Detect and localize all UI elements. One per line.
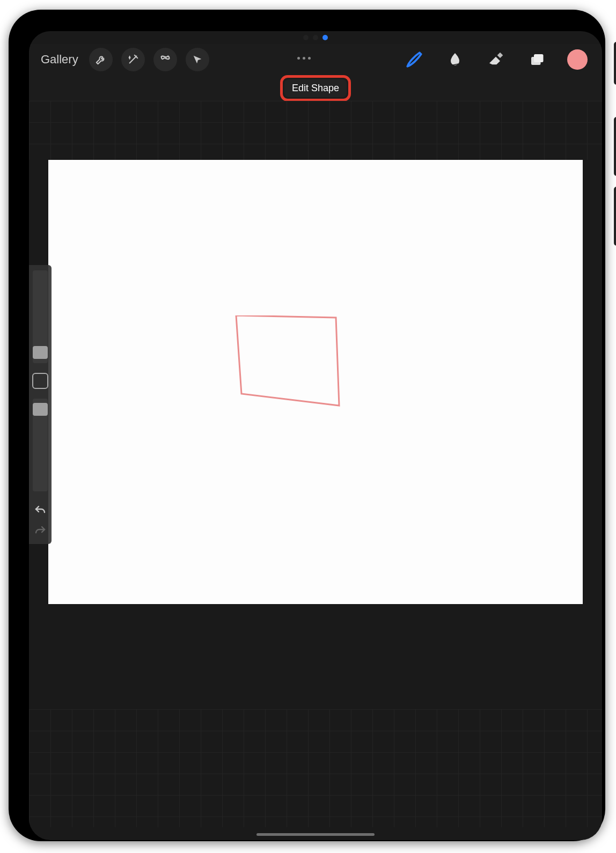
- magic-wand-icon: [127, 54, 139, 65]
- screen: Gallery: [29, 31, 602, 840]
- power-button: [614, 42, 616, 85]
- brush-size-slider[interactable]: [33, 270, 48, 363]
- undo-button[interactable]: [34, 504, 47, 515]
- ellipsis-icon: [303, 57, 305, 60]
- eraser-icon: [487, 51, 504, 68]
- front-camera-array: [29, 31, 602, 44]
- opacity-slider[interactable]: [33, 399, 48, 491]
- layers-button[interactable]: [524, 47, 549, 72]
- transform-button[interactable]: [186, 48, 209, 71]
- workspace-background-top: [29, 101, 602, 160]
- svg-rect-1: [534, 54, 544, 62]
- opacity-thumb[interactable]: [33, 403, 48, 416]
- color-swatch: [567, 49, 588, 70]
- cursor-icon: [192, 54, 203, 65]
- brush-tool-button[interactable]: [401, 47, 427, 72]
- ellipsis-icon: [297, 57, 300, 60]
- gallery-button[interactable]: Gallery: [35, 49, 84, 70]
- volume-down-button: [614, 187, 616, 246]
- volume-up-button: [614, 117, 616, 176]
- redo-button[interactable]: [34, 525, 47, 535]
- selection-icon: [159, 54, 171, 65]
- side-panel: [29, 265, 52, 544]
- adjustments-button[interactable]: [121, 48, 145, 71]
- drawn-shape: [231, 315, 342, 413]
- ellipsis-icon: [308, 57, 311, 60]
- modifier-button[interactable]: [32, 373, 48, 389]
- brush-icon: [405, 50, 423, 69]
- eraser-tool-button[interactable]: [483, 47, 509, 72]
- workspace-background-bottom: [29, 709, 602, 827]
- smudge-icon: [446, 51, 464, 68]
- selection-button[interactable]: [153, 48, 177, 71]
- canvas[interactable]: [48, 160, 583, 604]
- indicator-dot: [322, 35, 328, 40]
- sub-toolbar: Edit Shape: [29, 75, 602, 101]
- home-indicator[interactable]: [256, 833, 375, 836]
- color-swatch-button[interactable]: [564, 47, 590, 72]
- top-toolbar: Gallery: [29, 44, 602, 75]
- ipad-device-frame: Gallery: [9, 10, 605, 841]
- layers-icon: [529, 52, 545, 68]
- brush-size-thumb[interactable]: [33, 346, 48, 359]
- modify-menu-button[interactable]: [297, 57, 311, 60]
- svg-marker-2: [236, 315, 339, 406]
- actions-button[interactable]: [89, 48, 113, 71]
- camera-dot: [313, 35, 318, 40]
- smudge-tool-button[interactable]: [442, 47, 468, 72]
- sensor-dot: [303, 35, 309, 40]
- edit-shape-label: Edit Shape: [292, 83, 339, 93]
- wrench-icon: [95, 54, 107, 65]
- edit-shape-button[interactable]: Edit Shape: [284, 79, 347, 97]
